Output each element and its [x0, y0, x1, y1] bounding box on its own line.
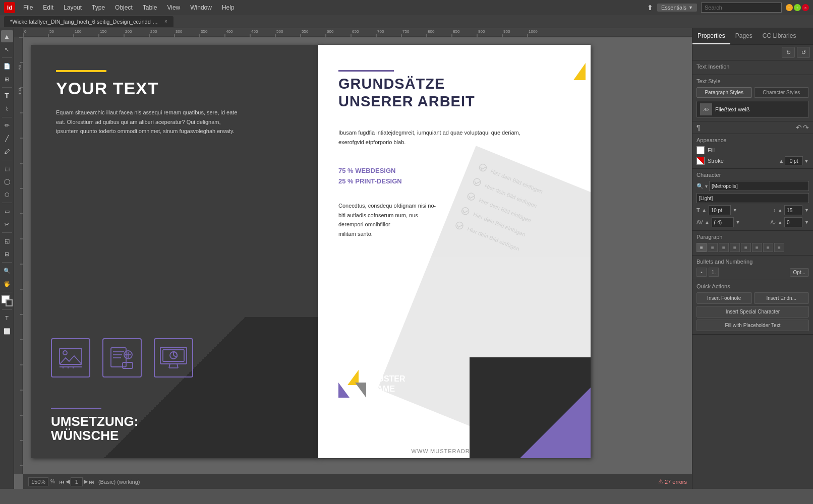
- share-icon[interactable]: ⬆: [647, 4, 653, 12]
- font-search-input[interactable]: [709, 181, 809, 191]
- pen-tool[interactable]: 🖊: [1, 146, 13, 158]
- kerning-up-icon[interactable]: ▲: [705, 220, 710, 225]
- zoom-input[interactable]: [28, 477, 48, 486]
- stats-area: 75 % WEBDESIGN 25 % PRINT-DESIGN: [338, 166, 402, 187]
- rect-frame-tool[interactable]: ⬚: [1, 162, 13, 174]
- indent-increase-icon[interactable]: ↷: [803, 123, 809, 132]
- chevron-down-icon: ▼: [688, 5, 693, 10]
- leading-input[interactable]: [784, 205, 802, 215]
- insert-endnote-button[interactable]: Insert Endn...: [754, 292, 809, 304]
- align-left-icon[interactable]: ≡: [696, 243, 707, 252]
- tracking-down-icon[interactable]: ▼: [804, 220, 809, 225]
- menu-file[interactable]: File: [19, 0, 37, 15]
- tracking-input[interactable]: [784, 217, 802, 227]
- line-tool[interactable]: ╱: [1, 133, 13, 145]
- menu-table[interactable]: Table: [139, 0, 161, 15]
- pencil-tool[interactable]: ✏: [1, 119, 13, 132]
- polygon-frame-tool[interactable]: ⬡: [1, 188, 13, 201]
- errors-badge[interactable]: ⚠ 27 errors: [658, 478, 687, 485]
- align-justify-all-icon[interactable]: ≡: [774, 243, 784, 252]
- gap-tool[interactable]: ⊞: [1, 73, 13, 85]
- align-justify-right-icon[interactable]: ≡: [763, 243, 773, 252]
- fill-placeholder-button[interactable]: Fill with Placeholder Text: [696, 320, 809, 331]
- svg-point-92: [467, 192, 476, 201]
- leading-down-icon[interactable]: ▼: [804, 208, 809, 213]
- indent-decrease-icon[interactable]: ↶: [796, 123, 802, 132]
- paragraph-styles-button[interactable]: Paragraph Styles: [696, 87, 752, 98]
- nav-first-icon[interactable]: ⏮: [59, 479, 65, 485]
- kerning-down-icon[interactable]: ▼: [736, 220, 740, 225]
- ellipse-frame-tool[interactable]: ◯: [1, 175, 13, 187]
- panel-icon-1[interactable]: ↻: [782, 47, 795, 58]
- search-input[interactable]: [701, 3, 782, 13]
- panel-icon-2[interactable]: ↺: [797, 47, 810, 58]
- font-style-input[interactable]: [696, 193, 809, 203]
- errors-count: 27 errors: [665, 479, 687, 485]
- rect-tool[interactable]: ▭: [1, 205, 13, 217]
- stroke-value-input[interactable]: [785, 156, 803, 165]
- tab-close-icon[interactable]: ×: [164, 19, 167, 24]
- bullets-icon[interactable]: •: [696, 268, 707, 277]
- stroke-color-swatch[interactable]: [696, 157, 705, 165]
- menu-layout[interactable]: Layout: [60, 0, 86, 15]
- gradient-tool[interactable]: ◱: [1, 235, 13, 247]
- stroke-down-icon[interactable]: ▼: [804, 158, 809, 164]
- menu-window[interactable]: Window: [186, 0, 216, 15]
- essentials-button[interactable]: Essentials ▼: [657, 4, 697, 12]
- font-size-up-icon[interactable]: ▲: [702, 208, 707, 213]
- nav-last-icon[interactable]: ⏭: [89, 479, 94, 485]
- opt-button[interactable]: Opt...: [790, 268, 809, 277]
- gradient-swatch-tool[interactable]: ⊟: [1, 248, 13, 260]
- menu-type[interactable]: Type: [88, 0, 109, 15]
- fill-stroke-indicator[interactable]: [2, 295, 13, 306]
- tracking-up-icon[interactable]: ▲: [778, 220, 782, 225]
- align-right-icon[interactable]: ≡: [719, 243, 729, 252]
- minimize-button[interactable]: −: [786, 4, 793, 11]
- align-justify-left-icon[interactable]: ≡: [741, 243, 751, 252]
- fill-color-swatch[interactable]: [696, 146, 705, 154]
- stroke-up-icon[interactable]: ▲: [779, 158, 784, 164]
- document-tab[interactable]: *Wickelfalzflyer_DIN_lang_hoch_6 seitig_…: [4, 16, 173, 27]
- page-right: GRUNDSÄTZE UNSERER ARBEIT Ibusam fugdfia…: [318, 45, 591, 458]
- menu-object[interactable]: Object: [111, 0, 137, 15]
- leading-up-icon[interactable]: ▲: [778, 208, 782, 213]
- font-size-input[interactable]: [709, 205, 731, 215]
- character-styles-button[interactable]: Character Styles: [754, 87, 809, 98]
- numbering-icon[interactable]: 1.: [709, 268, 719, 277]
- maximize-button[interactable]: +: [794, 4, 801, 11]
- hand-tool[interactable]: 🖐: [1, 278, 13, 290]
- insert-footnote-button[interactable]: Insert Footnote: [696, 292, 752, 304]
- direct-select-tool[interactable]: ↖: [1, 43, 13, 55]
- align-center-icon[interactable]: ≡: [708, 243, 718, 252]
- tool-separator-8: [2, 292, 12, 292]
- svg-text:500: 500: [276, 29, 283, 34]
- kerning-input[interactable]: [712, 217, 734, 227]
- scissors-tool[interactable]: ✂: [1, 218, 13, 230]
- normal-mode-tool[interactable]: T: [1, 312, 13, 324]
- preview-mode-tool[interactable]: ⬜: [1, 325, 13, 337]
- canvas-area[interactable]: 0 50 100 150 200 250 300 350 400 450 500…: [14, 28, 692, 489]
- watermark-content: Hier dein Bild einfügen Hier dein Bild e…: [439, 146, 591, 316]
- indent-left-icon[interactable]: ¶: [696, 123, 701, 132]
- insert-special-character-button[interactable]: Insert Special Character: [696, 306, 809, 318]
- style-preview-name: Fließtext weiß: [715, 106, 749, 112]
- zoom-tool[interactable]: 🔍: [1, 265, 13, 277]
- menu-view[interactable]: View: [163, 0, 184, 15]
- tab-properties[interactable]: Properties: [692, 28, 730, 44]
- menu-edit[interactable]: Edit: [39, 0, 57, 15]
- tab-pages[interactable]: Pages: [730, 28, 758, 44]
- page-input[interactable]: [71, 477, 83, 486]
- align-justify-center-icon[interactable]: ≡: [752, 243, 762, 252]
- nav-next-icon[interactable]: ▶: [84, 478, 88, 485]
- align-justify-icon[interactable]: ≡: [730, 243, 740, 252]
- type-tool[interactable]: T: [1, 90, 13, 102]
- nav-prev-icon[interactable]: ◀: [66, 478, 70, 485]
- close-button[interactable]: ×: [802, 4, 809, 11]
- page-tool[interactable]: 📄: [1, 60, 13, 72]
- type-on-path-tool[interactable]: ⌇: [1, 103, 13, 115]
- tab-cc-libraries[interactable]: CC Libraries: [758, 28, 801, 44]
- menu-help[interactable]: Help: [218, 0, 239, 15]
- font-size-down-icon[interactable]: ▼: [733, 208, 737, 213]
- select-tool[interactable]: ▲: [1, 30, 13, 42]
- document-canvas[interactable]: YOUR TEXT Equam sitauearchic illaut face…: [23, 37, 692, 489]
